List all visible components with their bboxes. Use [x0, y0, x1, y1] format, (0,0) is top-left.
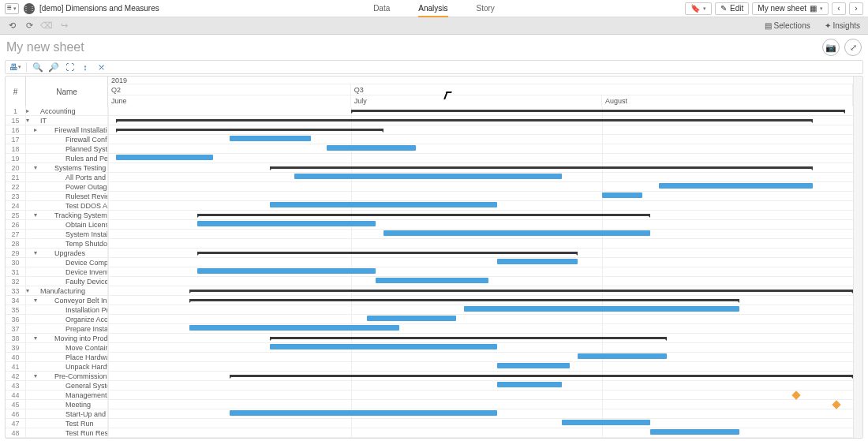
collapse-toggle-icon[interactable]: ▾ [26, 117, 29, 124]
row-name-cell[interactable]: Firewall Configuration [26, 135, 108, 144]
gantt-row[interactable]: 24Test DDOS Attack [6, 201, 853, 211]
gantt-row[interactable]: 20▾Systems Testing [6, 163, 853, 173]
gantt-row[interactable]: 26Obtain Licenses from the V [6, 220, 853, 230]
task-bar[interactable] [497, 259, 578, 264]
row-name-cell[interactable]: Move Containers from Stor [26, 343, 108, 352]
task-bar[interactable] [230, 410, 497, 416]
gantt-row[interactable]: 30Device Compatibility Revi [6, 258, 853, 267]
zoom-in-button[interactable]: 🔍 [32, 61, 44, 73]
row-name-cell[interactable]: ▸Firewall Installation [26, 125, 108, 134]
row-name-cell[interactable]: Rules and Permissions Aud [26, 154, 108, 163]
gantt-row[interactable]: 23Ruleset Review If Needed [6, 192, 853, 201]
row-name-cell[interactable]: Organize Access for Vendo [26, 315, 108, 323]
collapse-toggle-icon[interactable]: ▾ [34, 211, 37, 219]
task-bar[interactable] [659, 183, 813, 189]
row-name-cell[interactable]: All Ports and Services Test [26, 173, 108, 181]
print-button[interactable]: 🖶▾ [9, 61, 21, 73]
row-name-cell[interactable]: Meeting [26, 400, 108, 409]
task-bar[interactable] [602, 192, 642, 198]
row-name-cell[interactable]: System Installation [26, 230, 108, 238]
gantt-row[interactable]: 46Start-Up and Commissioni [6, 409, 853, 419]
task-bar[interactable] [327, 145, 416, 151]
smart-search-icon[interactable]: ⟲ [6, 21, 17, 32]
gantt-row[interactable]: 39Move Containers from Stor [6, 343, 853, 353]
gantt-row[interactable]: 21All Ports and Services Test [6, 173, 853, 182]
next-sheet-button[interactable]: › [849, 2, 863, 15]
tab-story[interactable]: Story [477, 0, 495, 17]
group-bar[interactable] [116, 119, 812, 121]
step-forward-icon[interactable]: ↪ [58, 21, 69, 32]
task-bar[interactable] [497, 382, 562, 387]
task-bar[interactable] [270, 344, 496, 349]
expand-toggle-icon[interactable]: ▸ [34, 126, 37, 133]
gantt-row[interactable]: 27System Installation [6, 230, 853, 239]
row-name-cell[interactable]: ▾IT [26, 116, 108, 125]
gantt-row[interactable]: 1▸Accounting [6, 107, 853, 116]
gantt-row[interactable]: 40Place Hardware Inside Acc [6, 353, 853, 362]
row-name-cell[interactable]: Management Meeting [26, 391, 108, 399]
gantt-row[interactable]: 25▾Tracking System Installation [6, 211, 853, 220]
gantt-row[interactable]: 44Management Meeting [6, 391, 853, 400]
task-bar[interactable] [383, 230, 651, 236]
row-name-cell[interactable]: Device Inventory [26, 267, 108, 276]
row-name-cell[interactable]: Test DDOS Attack [26, 201, 108, 210]
tab-data[interactable]: Data [373, 0, 390, 17]
insights-button[interactable]: ✦ Insights [825, 21, 860, 30]
task-bar[interactable] [497, 363, 570, 368]
selections-button[interactable]: ▤ Selections [765, 21, 810, 30]
gantt-row[interactable]: 36Organize Access for Vendo [6, 315, 853, 324]
gantt-row[interactable]: 34▾Conveyor Belt Installation [6, 296, 853, 305]
collapse-toggle-icon[interactable]: ▾ [26, 287, 29, 294]
gantt-row[interactable]: 22Power Outage Tests [6, 182, 853, 192]
step-back-icon[interactable]: ⟳ [24, 21, 35, 32]
gantt-row[interactable]: 28Temp Shutdown for IT Aud [6, 239, 853, 249]
group-bar[interactable] [189, 290, 853, 292]
gantt-row[interactable]: 33▾Manufacturing [6, 286, 853, 296]
collapse-all-button[interactable]: ⤫ [95, 61, 107, 73]
gantt-row[interactable]: 48Test Run Results Review [6, 428, 853, 438]
gantt-row[interactable]: 16▸Firewall Installation [6, 125, 853, 135]
row-name-cell[interactable]: General Systems Overview [26, 381, 108, 390]
bookmark-button[interactable]: 🔖▾ [685, 2, 712, 15]
group-bar[interactable] [270, 337, 667, 339]
col-header-row-number[interactable]: # [6, 77, 26, 107]
row-name-cell[interactable]: ▾Tracking System Installation [26, 211, 108, 219]
row-name-cell[interactable]: ▸Accounting [26, 107, 108, 115]
collapse-toggle-icon[interactable]: ▾ [34, 372, 37, 379]
collapse-toggle-icon[interactable]: ▾ [34, 297, 37, 304]
expand-toggle-icon[interactable]: ▸ [26, 107, 29, 114]
row-name-cell[interactable]: ▾Manufacturing [26, 286, 108, 295]
task-bar[interactable] [367, 316, 456, 321]
row-name-cell[interactable]: Unpack Hardware and Mov [26, 362, 108, 371]
gantt-row[interactable]: 43General Systems Overview [6, 381, 853, 391]
row-name-cell[interactable]: ▾Moving into Production Fac [26, 334, 108, 342]
gantt-row[interactable]: 45Meeting [6, 400, 853, 409]
row-name-cell[interactable]: Test Run Results Review [26, 428, 108, 437]
task-bar[interactable] [230, 136, 311, 141]
gantt-row[interactable]: 18Planned System Restart [6, 144, 853, 154]
group-bar[interactable] [230, 375, 853, 377]
fullscreen-button[interactable]: ⤢ [844, 39, 862, 56]
milestone-icon[interactable] [832, 400, 841, 409]
row-name-cell[interactable]: Installation Process Overv [26, 305, 108, 314]
group-bar[interactable] [270, 166, 812, 169]
gantt-row[interactable]: 19Rules and Permissions Aud [6, 154, 853, 163]
prev-sheet-button[interactable]: ‹ [832, 2, 846, 15]
gantt-row[interactable]: 32Faulty Devices Check [6, 277, 853, 286]
zoom-fit-button[interactable]: ⛶ [63, 61, 76, 73]
task-bar[interactable] [376, 278, 489, 283]
row-name-cell[interactable]: ▾Conveyor Belt Installation [26, 296, 108, 305]
row-name-cell[interactable]: Ruleset Review If Needed [26, 192, 108, 200]
gantt-row[interactable]: 17Firewall Configuration [6, 135, 853, 144]
task-bar[interactable] [197, 268, 376, 274]
gantt-row[interactable]: 35Installation Process Overv [6, 305, 853, 315]
milestone-icon[interactable] [792, 391, 801, 399]
gantt-row[interactable]: 47Test Run [6, 419, 853, 428]
task-bar[interactable] [270, 202, 496, 207]
tab-analysis[interactable]: Analysis [418, 0, 447, 17]
task-bar[interactable] [578, 353, 667, 359]
task-bar[interactable] [197, 221, 376, 226]
row-name-cell[interactable]: Device Compatibility Revi [26, 258, 108, 267]
row-name-cell[interactable]: Faulty Devices Check [26, 277, 108, 286]
task-bar[interactable] [562, 420, 651, 425]
